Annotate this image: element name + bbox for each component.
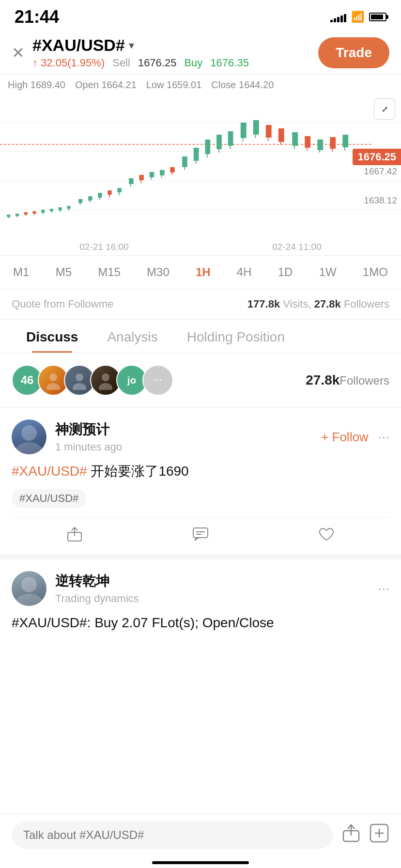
avatar-group: 46 jo ··· xyxy=(12,365,173,396)
post-2-info: 逆转乾坤 Trading dynamics xyxy=(55,572,378,605)
quote-source: Quote from Followme 177.8k Visits, 27.8k… xyxy=(0,289,401,320)
dropdown-arrow-icon[interactable]: ▾ xyxy=(129,39,134,52)
chart-canvas[interactable]: 1676.25 1667.42 1638.12 ⤢ xyxy=(0,93,401,239)
bottom-input-bar xyxy=(0,813,401,868)
comment-button[interactable] xyxy=(192,526,209,547)
candlestick-chart xyxy=(0,93,401,239)
tf-m15[interactable]: M15 xyxy=(94,264,124,281)
post-2-content: #XAU/USD#: Buy 2.07 FLot(s); Open/Close xyxy=(12,613,389,633)
post-1-tag[interactable]: #XAU/USD# xyxy=(12,489,389,517)
svg-rect-12 xyxy=(32,211,36,214)
svg-rect-6 xyxy=(7,215,10,217)
post-divider xyxy=(0,555,401,559)
wifi-icon: 📶 xyxy=(351,11,364,23)
tf-1h[interactable]: 1H xyxy=(192,264,215,281)
like-button[interactable] xyxy=(318,526,335,547)
svg-rect-58 xyxy=(278,128,284,142)
price-level-1: 1667.42 xyxy=(364,166,397,177)
visits-label: Visits, xyxy=(283,298,311,310)
post-1-info: 神测预计 1 minutes ago xyxy=(55,420,321,453)
share-icon xyxy=(66,526,83,547)
post-1-time: 1 minutes ago xyxy=(55,441,321,453)
svg-point-76 xyxy=(15,442,43,454)
symbol-container: #XAU/USD# ▾ ↑ 32.05(1.95%) Sell 1676.25 … xyxy=(32,36,249,69)
visits-count: 177.8k xyxy=(247,298,280,310)
time-label-1: 02-21 16:00 xyxy=(79,242,128,252)
quote-from-label: Quote from Followme xyxy=(12,298,113,310)
svg-rect-16 xyxy=(50,209,53,211)
svg-point-73 xyxy=(102,373,109,381)
svg-rect-64 xyxy=(317,140,323,150)
symbol-prices: ↑ 32.05(1.95%) Sell 1676.25 Buy 1676.35 xyxy=(32,57,249,69)
svg-rect-56 xyxy=(266,125,272,138)
svg-rect-66 xyxy=(330,137,336,149)
tab-holding-position[interactable]: Holding Position xyxy=(172,320,299,353)
post-2-subtitle: Trading dynamics xyxy=(55,592,378,605)
svg-point-83 xyxy=(15,594,43,606)
signal-icon xyxy=(330,12,346,22)
avatar-more: ··· xyxy=(142,365,173,396)
svg-rect-68 xyxy=(342,135,348,147)
chart-area: High 1689.40 Open 1664.21 Low 1659.01 Cl… xyxy=(0,74,401,289)
post-1-text: 开始要涨了1690 xyxy=(91,464,188,479)
svg-rect-36 xyxy=(150,172,154,177)
svg-rect-62 xyxy=(305,136,310,148)
post-2: 逆转乾坤 Trading dynamics ··· #XAU/USD#: Buy… xyxy=(0,559,401,651)
chart-stats: High 1689.40 Open 1664.21 Low 1659.01 Cl… xyxy=(0,75,401,93)
chart-close: Close 1644.20 xyxy=(211,79,274,91)
post-1-username: 神测预计 xyxy=(55,420,321,439)
post-2-more-button[interactable]: ··· xyxy=(378,581,389,596)
tf-1w[interactable]: 1W xyxy=(315,264,340,281)
tf-1mo[interactable]: 1MO xyxy=(359,264,392,281)
chart-expand-button[interactable]: ⤢ xyxy=(374,98,395,120)
chart-high: High 1689.40 xyxy=(8,79,65,91)
post-1-content: #XAU/USD# 开始要涨了1690 xyxy=(12,461,389,481)
bottom-share-icon[interactable] xyxy=(341,823,361,848)
post-1-footer xyxy=(12,517,389,554)
svg-rect-46 xyxy=(205,140,210,154)
tab-analysis[interactable]: Analysis xyxy=(93,320,172,353)
svg-rect-40 xyxy=(170,167,174,172)
svg-rect-32 xyxy=(129,178,133,184)
comment-input[interactable] xyxy=(12,822,333,849)
tf-m1[interactable]: M1 xyxy=(9,264,33,281)
sell-label: Sell xyxy=(112,57,130,69)
svg-rect-26 xyxy=(98,193,102,198)
tf-1d[interactable]: 1D xyxy=(274,264,297,281)
close-button[interactable]: ✕ xyxy=(12,44,25,62)
time-axis: 02-21 16:00 02-24 11:00 xyxy=(0,239,401,256)
followers-row: 46 jo ··· 27.8kFollowers xyxy=(0,353,401,408)
chart-low: Low 1659.01 xyxy=(146,79,202,91)
followers-count: 27.8k xyxy=(314,298,341,310)
svg-rect-48 xyxy=(216,135,222,149)
tf-m30[interactable]: M30 xyxy=(143,264,173,281)
svg-rect-50 xyxy=(228,131,233,146)
status-icons: 📶 xyxy=(330,11,386,23)
buy-price: 1676.35 xyxy=(210,57,249,69)
trade-button[interactable]: Trade xyxy=(318,37,389,68)
svg-rect-8 xyxy=(15,214,19,216)
svg-rect-24 xyxy=(88,196,92,201)
like-icon xyxy=(318,526,335,547)
tf-m5[interactable]: M5 xyxy=(52,264,76,281)
bottom-add-icon[interactable] xyxy=(369,823,389,848)
svg-rect-42 xyxy=(182,156,187,167)
post-2-actions: ··· xyxy=(378,581,389,596)
post-1-actions: + Follow ··· xyxy=(321,429,389,445)
chart-open: Open 1664.21 xyxy=(75,79,137,91)
more-options-button[interactable]: ··· xyxy=(378,429,389,445)
tab-discuss[interactable]: Discuss xyxy=(12,320,93,353)
follow-button[interactable]: + Follow xyxy=(321,430,369,445)
svg-rect-30 xyxy=(117,188,121,192)
price-level-2: 1638.12 xyxy=(364,195,397,206)
home-indicator xyxy=(152,861,249,864)
svg-rect-34 xyxy=(139,175,143,180)
timeframe-tabs: M1 M5 M15 M30 1H 4H 1D 1W 1MO xyxy=(0,256,401,289)
symbol-name: #XAU/USD# xyxy=(32,36,125,55)
tf-4h[interactable]: 4H xyxy=(233,264,256,281)
status-bar: 21:44 📶 xyxy=(0,0,401,31)
svg-rect-60 xyxy=(292,132,298,146)
share-button[interactable] xyxy=(66,526,83,547)
svg-rect-22 xyxy=(78,199,82,203)
current-price-label: 1676.25 xyxy=(353,149,401,165)
